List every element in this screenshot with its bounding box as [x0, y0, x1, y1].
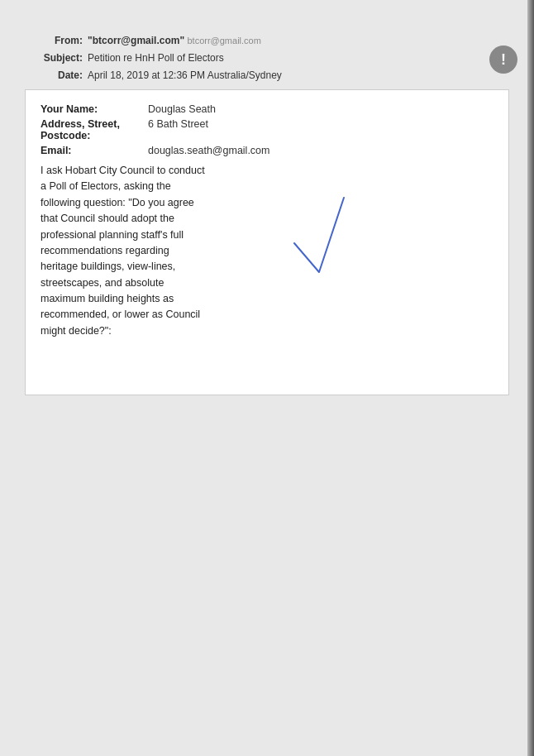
email-label: Email: — [41, 145, 148, 156]
date-label: Date: — [37, 68, 83, 84]
form-table: Your Name: Douglas Seath Address, Street… — [41, 103, 493, 339]
subject-value: Petition re HnH Poll of Electors — [88, 50, 224, 66]
email-value: douglas.seath@gmail.com — [148, 145, 270, 156]
subject-row: Subject: Petition re HnH Poll of Elector… — [37, 50, 282, 66]
petition-row: I ask Hobart City Council to conduct a P… — [41, 160, 493, 339]
from-label: From: — [37, 33, 83, 49]
email-body-card: Your Name: Douglas Seath Address, Street… — [25, 89, 509, 395]
from-light: btcorr@gmail.com — [187, 36, 260, 45]
date-value: April 18, 2019 at 12:36 PM Australia/Syd… — [88, 68, 282, 84]
date-row: Date: April 18, 2019 at 12:36 PM Austral… — [37, 68, 282, 84]
name-value: Douglas Seath — [148, 103, 216, 115]
petition-text: I ask Hobart City Council to conduct a P… — [41, 163, 206, 339]
page-container: From: "btcorr@gmail.com" btcorr@gmail.co… — [0, 0, 534, 756]
email-row: Email: douglas.seath@gmail.com — [41, 145, 493, 156]
alert-badge: ! — [489, 45, 517, 74]
name-row: Your Name: Douglas Seath — [41, 103, 493, 115]
from-value: "btcorr@gmail.com" btcorr@gmail.com — [88, 33, 261, 49]
address-value: 6 Bath Street — [148, 118, 208, 130]
right-border — [527, 0, 534, 756]
from-bold: "btcorr@gmail.com" — [88, 35, 184, 46]
address-row: Address, Street, Postcode: 6 Bath Street — [41, 118, 493, 141]
address-label: Address, Street, Postcode: — [41, 118, 148, 141]
subject-label: Subject: — [37, 50, 83, 66]
from-row: From: "btcorr@gmail.com" btcorr@gmail.co… — [37, 33, 282, 49]
checkmark-signature — [282, 189, 381, 300]
name-label: Your Name: — [41, 103, 148, 115]
